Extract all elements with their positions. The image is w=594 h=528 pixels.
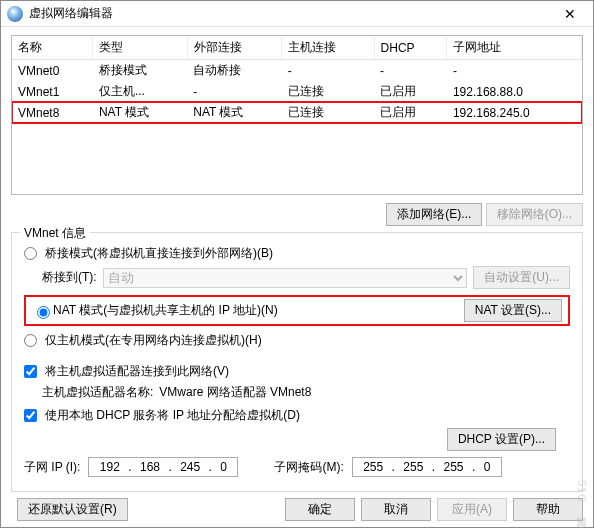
nat-mode-row: NAT 模式(与虚拟机共享主机的 IP 地址)(N) NAT 设置(S)...	[24, 295, 570, 326]
col-header[interactable]: 主机连接	[282, 36, 374, 60]
apply-button: 应用(A)	[437, 498, 507, 521]
col-header[interactable]: 子网地址	[447, 36, 582, 60]
vmnet-info-group: VMnet 信息 桥接模式(将虚拟机直接连接到外部网络)(B) 桥接到(T): …	[11, 232, 583, 492]
subnet-ip-input[interactable]: 192.168.245.0	[88, 457, 238, 477]
restore-defaults-button[interactable]: 还原默认设置(R)	[17, 498, 128, 521]
col-header[interactable]: 类型	[93, 36, 187, 60]
adapter-name: VMware 网络适配器 VMnet8	[159, 384, 311, 401]
cancel-button[interactable]: 取消	[361, 498, 431, 521]
add-network-button[interactable]: 添加网络(E)...	[386, 203, 482, 226]
auto-config-button: 自动设置(U)...	[473, 266, 570, 289]
radio-hostonly[interactable]	[24, 334, 37, 347]
group-title: VMnet 信息	[20, 225, 90, 242]
bridge-to-label: 桥接到(T):	[42, 269, 97, 286]
adapter-prefix: 主机虚拟适配器名称:	[42, 384, 153, 401]
radio-nat-label: NAT 模式(与虚拟机共享主机的 IP 地址)(N)	[53, 302, 278, 319]
radio-bridge[interactable]	[24, 247, 37, 260]
radio-bridge-label: 桥接模式(将虚拟机直接连接到外部网络)(B)	[45, 245, 273, 262]
chk-dhcp[interactable]	[24, 409, 37, 422]
subnet-mask-label: 子网掩码(M):	[274, 459, 343, 476]
col-header[interactable]: 名称	[12, 36, 93, 60]
window-title: 虚拟网络编辑器	[29, 5, 553, 22]
subnet-ip-label: 子网 IP (I):	[24, 459, 80, 476]
nat-settings-button[interactable]: NAT 设置(S)...	[464, 299, 562, 322]
app-icon	[7, 6, 23, 22]
ok-button[interactable]: 确定	[285, 498, 355, 521]
table-row[interactable]: VMnet1仅主机...-已连接已启用192.168.88.0	[12, 81, 582, 102]
network-table[interactable]: 名称类型外部连接主机连接DHCP子网地址 VMnet0桥接模式自动桥接---VM…	[11, 35, 583, 195]
bridge-to-select: 自动	[103, 268, 468, 288]
dhcp-settings-button[interactable]: DHCP 设置(P)...	[447, 428, 556, 451]
remove-network-button: 移除网络(O)...	[486, 203, 583, 226]
close-icon[interactable]: ✕	[553, 6, 587, 22]
col-header[interactable]: DHCP	[374, 36, 447, 60]
chk-dhcp-label: 使用本地 DHCP 服务将 IP 地址分配给虚拟机(D)	[45, 407, 300, 424]
subnet-mask-input[interactable]: 255.255.255.0	[352, 457, 502, 477]
col-header[interactable]: 外部连接	[187, 36, 281, 60]
chk-connect-host-label: 将主机虚拟适配器连接到此网络(V)	[45, 363, 229, 380]
radio-hostonly-label: 仅主机模式(在专用网络内连接虚拟机)(H)	[45, 332, 262, 349]
table-row[interactable]: VMnet0桥接模式自动桥接---	[12, 60, 582, 82]
chk-connect-host[interactable]	[24, 365, 37, 378]
table-row[interactable]: VMnet8NAT 模式NAT 模式已连接已启用192.168.245.0	[12, 102, 582, 123]
radio-nat[interactable]	[37, 306, 50, 319]
help-button[interactable]: 帮助	[513, 498, 583, 521]
